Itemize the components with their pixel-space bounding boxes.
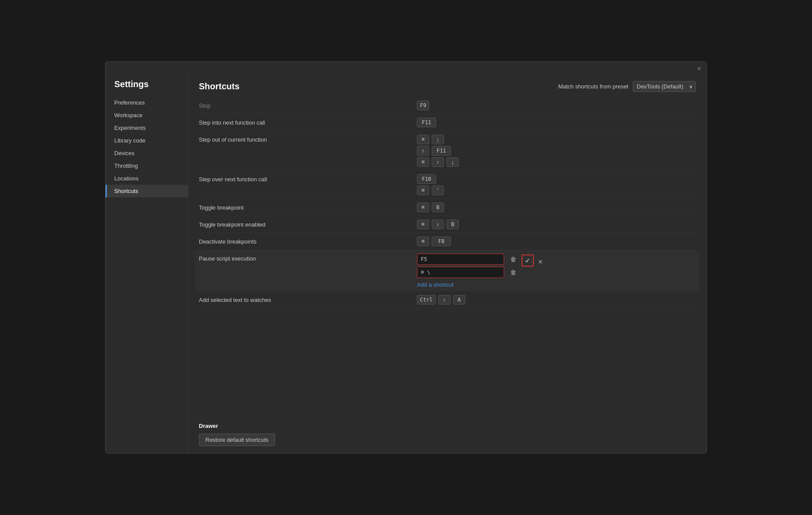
main-panel: Shortcuts Match shortcuts from preset De… bbox=[188, 74, 706, 453]
shortcut-name: Toggle breakpoint enabled bbox=[199, 220, 417, 228]
shortcut-name: Step into next function call bbox=[199, 118, 417, 126]
shortcut-keys: ⌘ F8 bbox=[417, 237, 451, 246]
shortcut-keys: ⌘ ; ⇧ F11 ⌘ ⇧ ; bbox=[417, 135, 459, 167]
main-scroll-area: Stop F9 Step into next function call F bbox=[188, 97, 706, 453]
shortcuts-list: Stop F9 Step into next function call F bbox=[188, 97, 706, 416]
shortcut-keys-row: F9 bbox=[417, 101, 429, 110]
shortcut-keys: F10 ⌘ ' bbox=[417, 174, 444, 195]
shortcut-keys-row: ⌘ ; bbox=[417, 135, 444, 144]
key-badge: ' bbox=[432, 186, 444, 195]
sidebar-item-experiments[interactable]: Experiments bbox=[106, 122, 188, 134]
key-badge: ; bbox=[447, 157, 459, 167]
key-badge: ⇧ bbox=[438, 295, 450, 305]
key-badge: F8 bbox=[432, 237, 451, 246]
shortcut-keys-row: F11 bbox=[417, 118, 436, 127]
key-badge: ⇧ bbox=[432, 157, 444, 167]
key-badge: ⌘ bbox=[417, 203, 429, 212]
shortcut-name: Add selected text to watches bbox=[199, 295, 417, 303]
title-bar: × bbox=[106, 62, 706, 74]
key-badge: ⇧ bbox=[432, 220, 444, 229]
shortcut-row: Stop F9 bbox=[199, 97, 696, 114]
delete-shortcut-2-button[interactable]: 🗑 bbox=[508, 268, 518, 277]
key-badge: ⌘ bbox=[417, 186, 429, 195]
shortcut-input-row-1: 🗑 bbox=[417, 254, 518, 265]
restore-defaults-button[interactable]: Restore default shortcuts bbox=[199, 434, 275, 446]
key-badge: A bbox=[453, 295, 465, 305]
shortcut-keys-row: ⌘ ' bbox=[417, 186, 444, 195]
shortcut-row: Toggle breakpoint enabled ⌘ ⇧ B bbox=[199, 216, 696, 233]
row-actions: ✓ × bbox=[522, 254, 545, 267]
shortcut-row: Toggle breakpoint ⌘ B bbox=[199, 199, 696, 216]
sidebar-item-preferences[interactable]: Preferences bbox=[106, 96, 188, 109]
shortcut-keys-row: ⌘ F8 bbox=[417, 237, 451, 246]
sidebar-nav: PreferencesWorkspaceExperimentsLibrary c… bbox=[106, 96, 188, 197]
shortcut-row: Deactivate breakpoints ⌘ F8 bbox=[199, 233, 696, 250]
drawer-section: Drawer Restore default shortcuts bbox=[188, 416, 706, 453]
sidebar-item-throttling[interactable]: Throttling bbox=[106, 159, 188, 172]
preset-select[interactable]: DevTools (Default) Visual Studio Code bbox=[633, 81, 696, 92]
content-area: Settings PreferencesWorkspaceExperiments… bbox=[106, 74, 706, 453]
key-badge: B bbox=[432, 203, 444, 212]
shortcut-keys: ⌘ ⇧ B bbox=[417, 220, 459, 229]
cancel-shortcut-button[interactable]: × bbox=[536, 258, 545, 267]
settings-window: × Settings PreferencesWorkspaceExperimen… bbox=[105, 61, 707, 454]
key-badge: ⌘ bbox=[417, 157, 429, 167]
add-shortcut-link[interactable]: Add a shortcut bbox=[417, 281, 454, 288]
sidebar-item-library-code[interactable]: Library code bbox=[106, 134, 188, 147]
close-button[interactable]: × bbox=[697, 65, 701, 72]
preset-select-wrapper: DevTools (Default) Visual Studio Code bbox=[633, 81, 696, 92]
shortcut-keys-row: Ctrl ⇧ A bbox=[417, 295, 465, 305]
shortcut-input-1[interactable] bbox=[417, 254, 504, 265]
shortcut-keys-editing: 🗑 🗑 Add a shortcut bbox=[417, 254, 518, 288]
main-header: Shortcuts Match shortcuts from preset De… bbox=[188, 74, 706, 97]
shortcut-row: Add selected text to watches Ctrl ⇧ A bbox=[199, 291, 696, 308]
key-badge: ⌘ bbox=[417, 135, 429, 144]
shortcut-keys-row: ⌘ ⇧ ; bbox=[417, 157, 459, 167]
shortcut-name: Step out of current function bbox=[199, 135, 417, 143]
shortcut-keys: Ctrl ⇧ A bbox=[417, 295, 465, 305]
sidebar-item-shortcuts[interactable]: Shortcuts bbox=[106, 185, 188, 197]
sidebar-item-locations[interactable]: Locations bbox=[106, 172, 188, 185]
shortcut-input-2[interactable] bbox=[417, 267, 504, 278]
key-badge: F10 bbox=[417, 174, 436, 184]
delete-shortcut-1-button[interactable]: 🗑 bbox=[508, 255, 518, 264]
key-badge: ⌘ bbox=[417, 220, 429, 229]
shortcut-row: Step into next function call F11 bbox=[199, 114, 696, 131]
shortcut-keys-row: F10 bbox=[417, 174, 436, 184]
key-badge: ⌘ bbox=[417, 237, 429, 246]
confirm-shortcut-button[interactable]: ✓ bbox=[522, 254, 534, 267]
sidebar: Settings PreferencesWorkspaceExperiments… bbox=[106, 74, 188, 453]
shortcut-keys: F11 bbox=[417, 118, 436, 127]
drawer-title: Drawer bbox=[199, 423, 696, 429]
shortcut-input-row-2: 🗑 bbox=[417, 267, 518, 278]
preset-label: Match shortcuts from preset bbox=[558, 83, 628, 90]
sidebar-title: Settings bbox=[106, 78, 188, 96]
shortcut-keys-row: ⌘ B bbox=[417, 203, 444, 212]
preset-row: Match shortcuts from preset DevTools (De… bbox=[558, 81, 696, 92]
key-badge: ⇧ bbox=[417, 146, 429, 156]
key-badge: B bbox=[447, 220, 459, 229]
shortcut-row-active: Pause script execution 🗑 🗑 Add a shortcu… bbox=[195, 250, 699, 291]
shortcut-name: Toggle breakpoint bbox=[199, 203, 417, 211]
shortcut-row: Step out of current function ⌘ ; ⇧ F11 bbox=[199, 131, 696, 171]
key-badge: ; bbox=[432, 135, 444, 144]
key-badge: F11 bbox=[432, 146, 451, 156]
shortcut-keys: F9 bbox=[417, 101, 429, 110]
shortcut-name: Step over next function call bbox=[199, 174, 417, 183]
shortcut-name: Pause script execution bbox=[199, 254, 417, 262]
shortcut-name: Stop bbox=[199, 101, 417, 109]
sidebar-item-devices[interactable]: Devices bbox=[106, 147, 188, 159]
shortcut-keys-row: ⌘ ⇧ B bbox=[417, 220, 459, 229]
key-badge: F11 bbox=[417, 118, 436, 127]
shortcut-keys-row: ⇧ F11 bbox=[417, 146, 451, 156]
shortcut-keys: ⌘ B bbox=[417, 203, 444, 212]
shortcut-row: Step over next function call F10 ⌘ ' bbox=[199, 171, 696, 199]
page-title: Shortcuts bbox=[199, 81, 239, 91]
key-badge: F9 bbox=[417, 101, 429, 110]
key-badge: Ctrl bbox=[417, 295, 436, 305]
shortcut-name: Deactivate breakpoints bbox=[199, 237, 417, 245]
sidebar-item-workspace[interactable]: Workspace bbox=[106, 109, 188, 122]
